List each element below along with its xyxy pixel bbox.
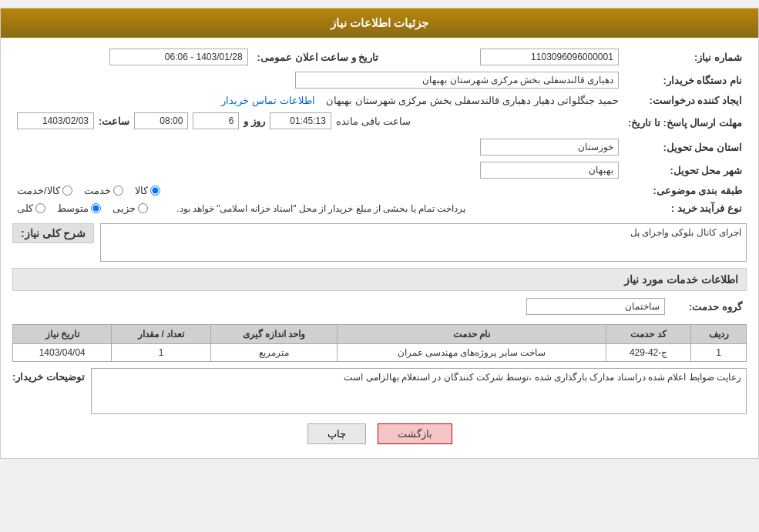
category-option-kala[interactable]: کالا <box>135 185 160 196</box>
response-deadline-label: مهلت ارسال پاسخ: تا تاریخ: <box>623 109 747 136</box>
announce-date-label: تاریخ و ساعت اعلان عمومی: <box>253 45 384 69</box>
buttons-row: بازگشت چاپ <box>12 423 747 444</box>
announce-date-value: 1403/01/28 - 06:06 <box>109 49 248 65</box>
purchase-type-koli[interactable]: کلی <box>17 202 45 214</box>
city-value: بهبهان <box>480 162 619 179</box>
buyer-desc-value: رعایت ضوابط اعلام شده دراسناد مدارک بارگ… <box>91 368 747 414</box>
contact-link[interactable]: اطلاعات تماس خریدار <box>221 95 314 106</box>
services-table: ردیف کد حدمت نام حدمت واحد اندازه گیری ت… <box>12 324 747 362</box>
creator-value: حمید جنگلواتی دهیار دهیاری قالندسفلی بخش… <box>326 95 619 106</box>
page-header: جزئیات اطلاعات نیاز <box>1 8 758 38</box>
general-desc-value: اجرای کانال بلوکی واجرای پل <box>100 223 747 262</box>
need-number-value: 1103096096000001 <box>480 49 619 65</box>
category-label: طبقه بندی موضوعی: <box>623 182 747 199</box>
purchase-notice: پرداخت تمام یا بخشی از مبلغ خریدار از مح… <box>176 203 465 214</box>
response-remain: 01:45:13 <box>270 112 331 129</box>
back-button[interactable]: بازگشت <box>378 423 452 444</box>
response-days: 6 <box>193 112 239 129</box>
service-group-value: ساختمان <box>526 298 665 315</box>
response-date: 1403/02/03 <box>17 112 94 129</box>
need-number-label: شماره نیاز: <box>623 45 747 69</box>
purchase-type-label: نوع فرآیند خرید : <box>623 199 747 217</box>
province-label: استان محل تحویل: <box>623 136 747 159</box>
province-value: خوزستان <box>480 139 619 156</box>
col-quantity: تعداد / مقدار <box>112 325 210 344</box>
general-desc-section-title: شرح کلی نیاز: <box>12 223 94 243</box>
category-option-kala-khadamat[interactable]: کالا/خدمت <box>17 185 72 196</box>
purchase-type-motavasset[interactable]: متوسط <box>57 202 101 214</box>
response-time: 08:00 <box>134 112 188 129</box>
response-day-label: روز و <box>243 115 265 127</box>
purchase-type-jozee[interactable]: جزیی <box>113 202 148 214</box>
buyer-desc-label: توضیحات خریدار: <box>12 368 85 383</box>
response-time-label: ساعت: <box>99 115 129 127</box>
print-button[interactable]: چاپ <box>307 423 366 444</box>
table-row: 1ج-42-429ساخت سایر پروژه‌های مهندسی عمرا… <box>13 344 747 362</box>
col-unit: واحد اندازه گیری <box>210 325 337 344</box>
service-group-label: گروه حدمت: <box>670 295 747 318</box>
response-remain-label: ساعت باقی مانده <box>336 115 411 127</box>
city-label: شهر محل تحویل: <box>623 159 747 182</box>
buyer-org-label: نام دستگاه خریدار: <box>623 69 747 92</box>
category-option-khadamat[interactable]: خدمت <box>84 185 123 196</box>
col-code: کد حدمت <box>606 325 691 344</box>
services-section-title: اطلاعات خدمات مورد نیاز <box>12 268 747 291</box>
col-row: ردیف <box>691 325 747 344</box>
creator-label: ایجاد کننده درخواست: <box>623 92 747 109</box>
page-title: جزئیات اطلاعات نیاز <box>331 16 428 29</box>
buyer-org-value: دهیاری قالندسفلی بخش مرکزی شهرستان بهبها… <box>295 72 619 89</box>
col-date: تاریخ نیاز <box>13 325 112 344</box>
col-name: نام حدمت <box>338 325 606 344</box>
